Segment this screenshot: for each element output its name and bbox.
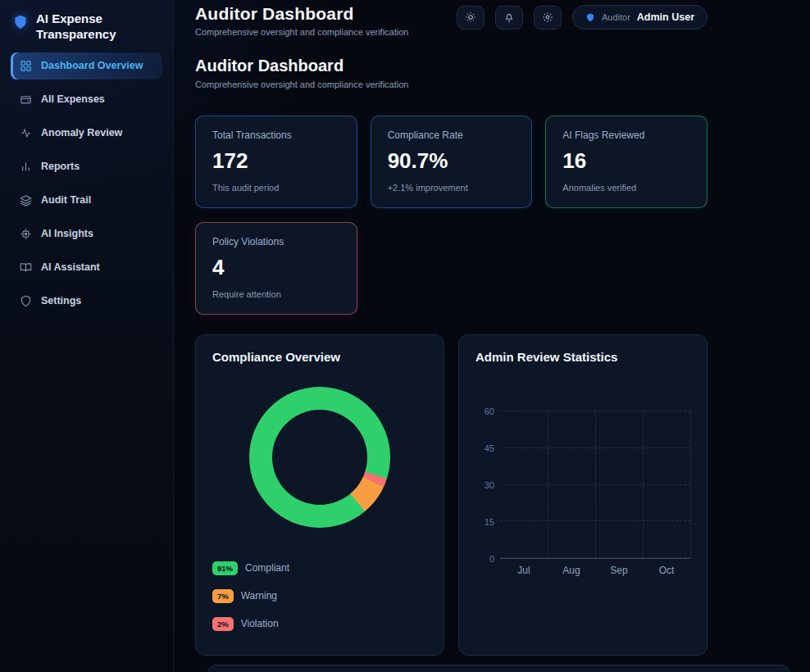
app-title: AI Expense Transparency — [36, 11, 151, 43]
stat-label: Policy Violations — [212, 236, 340, 247]
activity-icon — [20, 127, 32, 139]
sidebar-item-reports[interactable]: Reports — [11, 153, 162, 180]
chart-title: Admin Review Statistics — [476, 350, 690, 364]
gridline — [548, 411, 548, 558]
stat-card-ai-flags-reviewed: AI Flags Reviewed 16 Anomalies verified — [545, 116, 708, 208]
next-section-card-edge — [207, 665, 790, 672]
stat-card-compliance-rate: Compliance Rate 90.7% +2.1% improvement — [371, 116, 533, 208]
header-subtitle: Comprehensive oversight and compliance v… — [195, 27, 408, 37]
donut-chart — [249, 387, 390, 528]
header-title-block: Auditor Dashboard Comprehensive oversigh… — [195, 4, 408, 37]
stat-note: Anomalies verified — [562, 183, 690, 193]
wallet-icon — [20, 93, 32, 106]
sidebar-item-label: Anomaly Review — [41, 127, 122, 138]
theme-toggle-button[interactable] — [457, 6, 485, 30]
user-role: Auditor — [602, 12, 630, 22]
page-heading: Auditor Dashboard Comprehensive oversigh… — [195, 57, 708, 89]
legend-badge: 91% — [212, 561, 238, 575]
x-tick-label: Oct — [643, 565, 690, 576]
y-tick-label: 30 — [485, 480, 494, 490]
user-shield-icon — [585, 12, 595, 23]
header-actions: Auditor Admin User — [457, 5, 708, 30]
sidebar-item-audit-trail[interactable]: Audit Trail — [11, 187, 162, 214]
sidebar-item-label: All Expenses — [41, 93, 105, 105]
stat-label: AI Flags Reviewed — [562, 129, 690, 141]
grid-icon — [20, 60, 32, 72]
sidebar: AI Expense Transparency Dashboard Overvi… — [0, 0, 174, 672]
x-tick-label: Sep — [595, 565, 643, 576]
legend-badge: 7% — [212, 589, 234, 603]
stat-value: 172 — [212, 148, 340, 174]
sidebar-nav: Dashboard Overview All Expenses Anomaly … — [11, 52, 162, 321]
legend-label: Compliant — [245, 562, 289, 574]
sidebar-item-label: Audit Trail — [41, 194, 91, 206]
y-tick-label: 45 — [485, 443, 494, 453]
compliance-overview-card: Compliance Overview 91% Compliant 7% War… — [195, 334, 444, 656]
legend-item-compliant: 91% Compliant — [212, 561, 427, 575]
bar-chart-y-axis: 015304560 — [476, 411, 500, 559]
stat-label: Compliance Rate — [388, 129, 516, 141]
shield-logo-icon — [12, 13, 29, 31]
settings-button[interactable] — [534, 6, 562, 30]
sidebar-item-ai-insights[interactable]: AI Insights — [11, 220, 162, 247]
sidebar-item-all-expenses[interactable]: All Expenses — [11, 86, 162, 113]
stat-note: +2.1% improvement — [388, 183, 516, 193]
stat-label: Total Transactions — [212, 129, 340, 141]
sidebar-item-ai-assistant[interactable]: AI Assistant — [11, 254, 162, 281]
charts-grid: Compliance Overview 91% Compliant 7% War… — [195, 334, 708, 656]
book-open-icon — [20, 261, 32, 274]
cpu-brain-icon — [20, 228, 32, 240]
bar-chart-icon — [20, 161, 32, 173]
top-header: Auditor Dashboard Comprehensive oversigh… — [195, 0, 708, 37]
main-area: Auditor Dashboard Comprehensive oversigh… — [174, 0, 810, 672]
donut-hole — [272, 410, 367, 505]
sidebar-item-label: AI Assistant — [41, 261, 100, 273]
stat-card-policy-violations: Policy Violations 4 Require attention — [195, 222, 357, 315]
sidebar-item-anomaly-review[interactable]: Anomaly Review — [11, 120, 162, 147]
legend-label: Warning — [241, 590, 277, 602]
header-title: Auditor Dashboard — [195, 4, 408, 24]
sidebar-item-label: Dashboard Overview — [41, 60, 143, 71]
stat-value: 90.7% — [388, 148, 516, 174]
app-logo: AI Expense Transparency — [11, 10, 162, 52]
user-name: Admin User — [637, 11, 694, 23]
sun-icon — [465, 11, 476, 23]
legend-item-violation: 2% Violation — [212, 616, 427, 631]
gear-icon — [542, 11, 553, 23]
sidebar-item-label: Settings — [41, 295, 81, 306]
legend-item-warning: 7% Warning — [212, 588, 427, 603]
x-tick-label: Aug — [548, 565, 595, 576]
stat-value: 4 — [212, 255, 340, 280]
y-tick-label: 60 — [485, 406, 494, 416]
y-tick-label: 0 — [489, 554, 494, 564]
stats-grid: Total Transactions 172 This audit period… — [195, 116, 708, 315]
chart-title: Compliance Overview — [212, 350, 427, 364]
admin-review-statistics-card: Admin Review Statistics 015304560 JulAug… — [458, 334, 708, 656]
shield-icon — [20, 295, 32, 307]
page-title: Auditor Dashboard — [195, 57, 708, 75]
stat-note: This audit period — [212, 183, 340, 193]
gridline — [690, 411, 691, 558]
layers-icon — [20, 194, 32, 207]
user-pill[interactable]: Auditor Admin User — [572, 5, 708, 30]
bar-chart-x-axis: JulAugSepOct — [500, 565, 690, 576]
gridline — [595, 411, 596, 558]
bar-chart-plot — [500, 411, 690, 559]
stat-note: Require attention — [212, 289, 340, 299]
donut-legend: 91% Compliant 7% Warning 2% Violation — [212, 561, 427, 631]
stat-card-total-transactions: Total Transactions 172 This audit period — [195, 116, 357, 208]
sidebar-item-settings[interactable]: Settings — [11, 288, 162, 315]
legend-badge: 2% — [212, 617, 234, 631]
bell-icon — [503, 11, 515, 23]
notifications-button[interactable] — [495, 6, 523, 30]
bar-chart: 015304560 — [476, 411, 690, 559]
stat-value: 16 — [562, 148, 690, 174]
y-tick-label: 15 — [485, 517, 494, 527]
legend-label: Violation — [241, 618, 279, 629]
x-tick-label: Jul — [500, 565, 548, 576]
sidebar-item-label: AI Insights — [41, 228, 93, 239]
sidebar-item-dashboard-overview[interactable]: Dashboard Overview — [11, 52, 162, 79]
sidebar-item-label: Reports — [41, 161, 80, 172]
page-subtitle: Comprehensive oversight and compliance v… — [195, 79, 708, 89]
gridline — [643, 411, 644, 558]
